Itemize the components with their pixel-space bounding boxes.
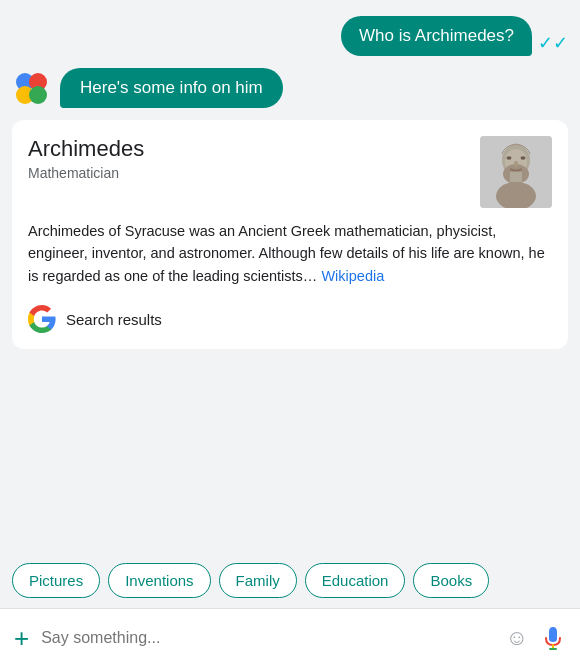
card-title-section: Archimedes Mathematician (28, 136, 144, 181)
mic-icon[interactable] (540, 625, 566, 651)
card-description: Archimedes of Syracuse was an Ancient Gr… (28, 220, 552, 287)
assistant-bubble: Here's some info on him (60, 68, 283, 108)
google-assistant-logo (12, 69, 50, 107)
input-bar: + ☺ (0, 608, 580, 666)
chip-inventions[interactable]: Inventions (108, 563, 210, 598)
chips-area: Pictures Inventions Family Education Boo… (0, 553, 580, 608)
search-results-row[interactable]: Search results (28, 301, 552, 333)
chip-books[interactable]: Books (413, 563, 489, 598)
info-card: Archimedes Mathematician (12, 120, 568, 349)
user-message-text: Who is Archimedes? (359, 26, 514, 45)
card-image (480, 136, 552, 208)
search-results-label[interactable]: Search results (66, 311, 162, 328)
card-subtitle: Mathematician (28, 165, 144, 181)
chip-family[interactable]: Family (219, 563, 297, 598)
card-name: Archimedes (28, 136, 144, 162)
double-check-icon: ✓✓ (538, 32, 568, 54)
svg-point-11 (521, 156, 526, 160)
svg-point-10 (507, 156, 512, 160)
chat-area: Who is Archimedes? ✓✓ Here's some info o… (0, 0, 580, 553)
say-something-input[interactable] (41, 629, 493, 647)
svg-point-12 (514, 161, 518, 167)
google-g-icon (28, 305, 56, 333)
add-button[interactable]: + (14, 625, 29, 651)
card-header: Archimedes Mathematician (28, 136, 552, 208)
svg-point-3 (29, 86, 47, 104)
chip-education[interactable]: Education (305, 563, 406, 598)
assistant-message-row: Here's some info on him (12, 68, 568, 108)
emoji-button[interactable]: ☺ (506, 625, 528, 651)
svg-rect-9 (510, 172, 522, 182)
user-bubble: Who is Archimedes? (341, 16, 532, 56)
user-message-row: Who is Archimedes? ✓✓ (12, 16, 568, 56)
wikipedia-link[interactable]: Wikipedia (321, 268, 384, 284)
assistant-message-text: Here's some info on him (80, 78, 263, 97)
chip-pictures[interactable]: Pictures (12, 563, 100, 598)
